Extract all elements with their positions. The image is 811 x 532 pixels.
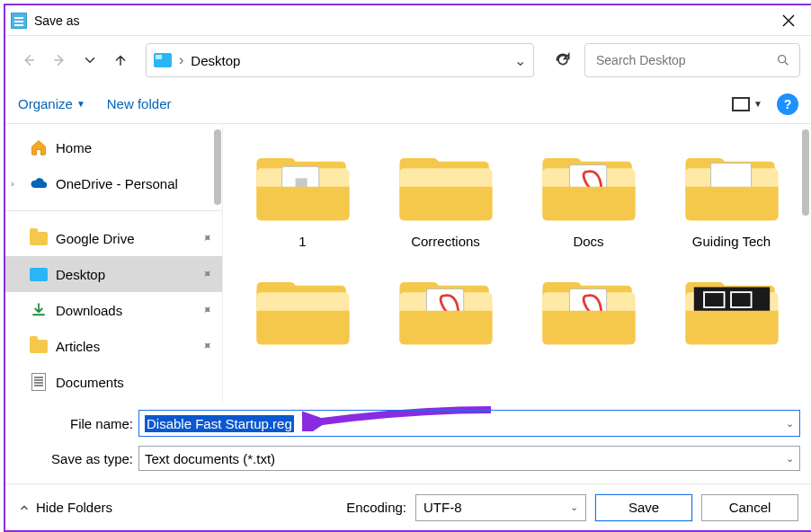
desktop-icon xyxy=(154,53,172,67)
search-box[interactable] xyxy=(584,43,800,77)
caret-down-icon: ▼ xyxy=(76,99,85,109)
dialog-body: Home › OneDrive - Personal Google Drive … xyxy=(5,124,811,403)
sidebar-item-label: Documents xyxy=(56,375,124,390)
navigation-pane[interactable]: Home › OneDrive - Personal Google Drive … xyxy=(5,124,223,403)
search-input[interactable] xyxy=(594,52,769,68)
folder-icon xyxy=(29,229,49,247)
chevron-down-icon[interactable]: ⌄ xyxy=(786,453,794,465)
address-bar[interactable]: › Desktop ⌄ xyxy=(146,43,534,77)
pin-icon: ✦ xyxy=(199,229,217,247)
up-button[interactable] xyxy=(108,48,133,73)
home-icon xyxy=(29,138,49,156)
recent-locations-button[interactable] xyxy=(77,48,102,73)
app-icon xyxy=(11,13,27,29)
hide-folders-button[interactable]: Hide Folders xyxy=(18,500,112,515)
sidebar-item-label: OneDrive - Personal xyxy=(56,176,178,191)
file-item[interactable]: Corrections xyxy=(377,137,514,255)
chevron-down-icon xyxy=(82,52,98,68)
view-icon xyxy=(732,97,750,111)
pin-icon: ✦ xyxy=(199,265,217,283)
folder-icon xyxy=(392,140,500,226)
svg-point-7 xyxy=(779,56,786,63)
folder-icon xyxy=(29,337,49,355)
cloud-icon xyxy=(29,174,49,192)
toolbar: Organize ▼ New folder ▼ ? xyxy=(5,84,811,124)
file-label: Docs xyxy=(573,234,603,252)
encoding-label: Encoding: xyxy=(346,500,406,515)
sidebar-item-label: Downloads xyxy=(56,303,122,318)
new-folder-button[interactable]: New folder xyxy=(107,96,172,111)
hide-folders-label: Hide Folders xyxy=(36,500,112,515)
save-as-dialog: Save as › Desktop ⌄ xyxy=(4,4,811,532)
inputs-section: File name: Disable Fast Startup.reg ⌄ Sa… xyxy=(5,403,811,483)
view-options-button[interactable]: ▼ xyxy=(732,97,762,111)
arrow-right-icon xyxy=(51,52,67,68)
refresh-button[interactable] xyxy=(547,44,579,76)
breadcrumb-location: Desktop xyxy=(191,53,240,68)
help-button[interactable]: ? xyxy=(777,93,798,115)
chevron-up-icon xyxy=(18,501,31,514)
arrow-left-icon xyxy=(21,52,37,68)
sidebar-item-label: Desktop xyxy=(56,267,105,282)
save-as-type-value: Text documents (*.txt) xyxy=(145,451,275,466)
file-item[interactable] xyxy=(377,261,514,379)
chevron-right-icon: › xyxy=(179,52,183,68)
caret-down-icon: ▼ xyxy=(753,99,762,109)
footer: Hide Folders Encoding: UTF-8 ⌄ Save Canc… xyxy=(5,483,811,530)
organize-label: Organize xyxy=(18,96,73,111)
sidebar-item-documents[interactable]: Documents xyxy=(5,364,222,400)
sidebar-item-home[interactable]: Home xyxy=(5,129,222,165)
navigation-bar: › Desktop ⌄ xyxy=(5,36,811,84)
chevron-down-icon[interactable]: ⌄ xyxy=(514,52,526,69)
refresh-icon xyxy=(554,51,572,69)
save-as-type-select[interactable]: Text documents (*.txt) ⌄ xyxy=(138,446,800,471)
folder-icon xyxy=(678,264,786,350)
sidebar-item-articles[interactable]: Articles ✦ xyxy=(5,328,222,364)
save-as-type-label: Save as type: xyxy=(16,451,133,466)
chevron-right-icon[interactable]: › xyxy=(11,178,14,189)
sidebar-item-desktop[interactable]: Desktop ✦ xyxy=(5,256,222,292)
folder-icon xyxy=(249,140,357,226)
file-item[interactable] xyxy=(520,261,657,379)
back-button[interactable] xyxy=(16,48,41,73)
arrow-up-icon xyxy=(112,52,129,68)
folder-icon xyxy=(249,264,357,350)
chevron-down-icon[interactable]: ⌄ xyxy=(786,418,794,430)
cancel-button[interactable]: Cancel xyxy=(701,494,798,521)
file-item[interactable]: Docs xyxy=(520,137,657,255)
file-item[interactable] xyxy=(663,261,800,379)
filename-input[interactable]: Disable Fast Startup.reg ⌄ xyxy=(138,410,800,437)
sidebar-item-downloads[interactable]: Downloads ✦ xyxy=(5,292,222,328)
sidebar-item-label: Home xyxy=(56,140,92,155)
sidebar-item-label: Google Drive xyxy=(56,231,135,246)
desktop-icon xyxy=(29,265,49,283)
file-item[interactable]: Guiding Tech xyxy=(663,137,800,255)
titlebar: Save as xyxy=(5,5,811,36)
sidebar-item-onedrive[interactable]: › OneDrive - Personal xyxy=(5,165,222,201)
document-icon xyxy=(29,373,49,391)
pin-icon: ✦ xyxy=(199,301,217,319)
filename-label: File name: xyxy=(16,416,133,431)
file-item[interactable]: 1 xyxy=(234,137,371,255)
search-icon xyxy=(776,53,790,67)
file-list[interactable]: 1CorrectionsDocsGuiding Tech xyxy=(223,124,811,403)
scrollbar[interactable] xyxy=(802,129,809,216)
pin-icon: ✦ xyxy=(199,337,217,355)
encoding-select[interactable]: UTF-8 ⌄ xyxy=(415,494,586,521)
filename-value: Disable Fast Startup.reg xyxy=(145,415,294,432)
close-button[interactable] xyxy=(766,5,811,35)
save-button[interactable]: Save xyxy=(595,494,692,521)
chevron-down-icon[interactable]: ⌄ xyxy=(570,501,578,513)
folder-icon xyxy=(535,140,643,226)
window-title: Save as xyxy=(34,13,80,28)
sidebar-item-label: Articles xyxy=(56,339,100,354)
encoding-value: UTF-8 xyxy=(423,500,462,515)
organize-menu[interactable]: Organize ▼ xyxy=(18,96,85,111)
file-label: Guiding Tech xyxy=(692,234,771,252)
close-icon xyxy=(782,14,795,27)
file-label: Corrections xyxy=(411,234,480,252)
file-item[interactable] xyxy=(234,261,371,379)
forward-button[interactable] xyxy=(47,48,72,73)
download-icon xyxy=(29,301,49,319)
sidebar-item-google-drive[interactable]: Google Drive ✦ xyxy=(5,220,222,256)
